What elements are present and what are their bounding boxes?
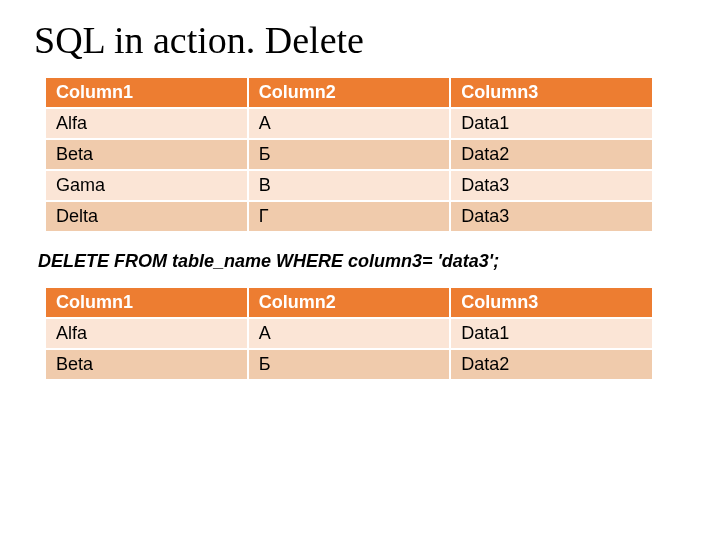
cell: Data1 [450, 108, 653, 139]
col-header: Column3 [450, 287, 653, 318]
cell: Beta [45, 349, 248, 380]
table-row: Gama В Data3 [45, 170, 653, 201]
table-after: Column1 Column2 Column3 Alfa А Data1 Bet… [44, 286, 654, 381]
table-row: Alfa А Data1 [45, 108, 653, 139]
col-header: Column2 [248, 77, 451, 108]
cell: Data1 [450, 318, 653, 349]
cell: А [248, 108, 451, 139]
table-header-row: Column1 Column2 Column3 [45, 287, 653, 318]
col-header: Column1 [45, 77, 248, 108]
table-row: Alfa А Data1 [45, 318, 653, 349]
sql-statement: DELETE FROM table_name WHERE column3= 'd… [38, 251, 686, 272]
cell: Delta [45, 201, 248, 232]
cell: Data3 [450, 201, 653, 232]
slide: SQL in action. Delete Column1 Column2 Co… [0, 0, 720, 540]
table-row: Beta Б Data2 [45, 139, 653, 170]
cell: Г [248, 201, 451, 232]
cell: Alfa [45, 318, 248, 349]
cell: Б [248, 139, 451, 170]
cell: А [248, 318, 451, 349]
table-header-row: Column1 Column2 Column3 [45, 77, 653, 108]
cell: Gama [45, 170, 248, 201]
table-before: Column1 Column2 Column3 Alfa А Data1 Bet… [44, 76, 654, 233]
cell: Data2 [450, 349, 653, 380]
cell: Data2 [450, 139, 653, 170]
col-header: Column2 [248, 287, 451, 318]
cell: В [248, 170, 451, 201]
col-header: Column1 [45, 287, 248, 318]
table-row: Beta Б Data2 [45, 349, 653, 380]
table-row: Delta Г Data3 [45, 201, 653, 232]
cell: Beta [45, 139, 248, 170]
col-header: Column3 [450, 77, 653, 108]
cell: Data3 [450, 170, 653, 201]
cell: Alfa [45, 108, 248, 139]
page-title: SQL in action. Delete [34, 18, 686, 62]
cell: Б [248, 349, 451, 380]
